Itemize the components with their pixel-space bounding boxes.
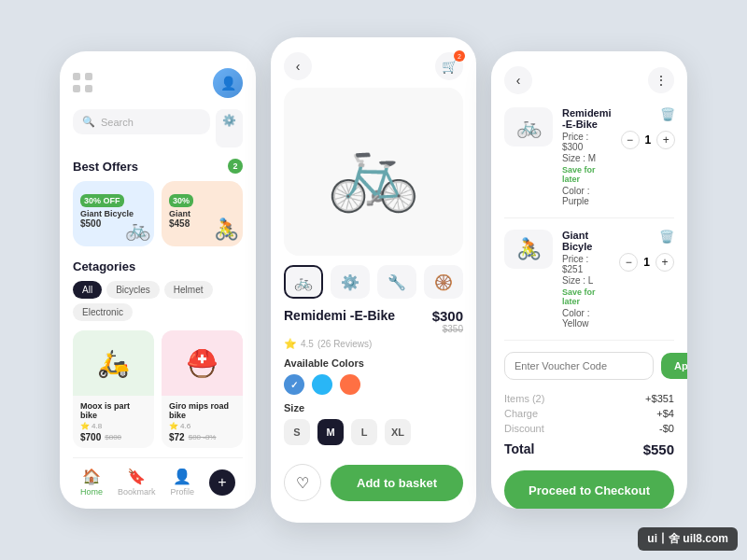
- size-options: S M L XL: [284, 419, 463, 445]
- cat-tag-electronic[interactable]: Electronic: [73, 303, 133, 321]
- cat-tag-helmet[interactable]: Helmet: [164, 281, 213, 299]
- star-icon-product: ⭐: [284, 338, 297, 350]
- cart-item-name-2: Giant Bicyle: [562, 230, 610, 252]
- cart-item-size-2: Size : L: [562, 275, 610, 286]
- charge-value: +$4: [656, 408, 674, 419]
- product-info-1: Moox is part bike ⭐ 4.8 $700 $800: [73, 396, 154, 448]
- categories-header: Cetagories: [73, 259, 243, 273]
- color-blue[interactable]: [284, 374, 304, 395]
- discount-value: -$0: [659, 423, 674, 434]
- add-fab-button[interactable]: +: [209, 469, 235, 496]
- product-screen: ‹ 🛒 2 🚲 🚲 ⚙️ 🔧 🛞 Remidemi -E-Bike $300 $…: [271, 37, 476, 523]
- delete-button-1[interactable]: 🗑️: [660, 107, 675, 121]
- cat-tag-bicycles[interactable]: Bicycles: [106, 281, 160, 299]
- thumb-1[interactable]: 🚲: [284, 265, 323, 299]
- colors-label: Available Colors: [284, 357, 463, 369]
- search-placeholder: Search: [101, 117, 134, 128]
- cart-screen: ‹ ⋮ 🚲 Remidemi -E-Bike Price : $300 Size…: [491, 51, 687, 509]
- product-info-2: Giro mips road bike ⭐ 4.6 $72 $80 -8%: [162, 396, 243, 448]
- qty-controls-2: − 1 +: [619, 253, 674, 272]
- home-icon: 🏠: [82, 468, 101, 485]
- product-name-1: Moox is part bike: [80, 401, 147, 420]
- size-s[interactable]: S: [284, 419, 310, 445]
- menu-icon[interactable]: [73, 73, 93, 93]
- qty-value-2: 1: [643, 256, 650, 269]
- filter-button[interactable]: ⚙️: [216, 109, 243, 147]
- product-price: $300: [432, 308, 463, 324]
- search-icon: 🔍: [82, 116, 95, 128]
- product-price-old: $350: [432, 324, 463, 334]
- color-orange[interactable]: [340, 374, 360, 395]
- total-row: Total $550: [504, 441, 674, 457]
- size-label: Size: [284, 402, 463, 413]
- voucher-input[interactable]: [504, 352, 654, 380]
- size-xl[interactable]: XL: [385, 419, 411, 445]
- cart-header: ‹ ⋮: [504, 66, 674, 94]
- delete-button-2[interactable]: 🗑️: [659, 230, 674, 244]
- color-lightblue[interactable]: [312, 374, 332, 395]
- checkout-button[interactable]: Proceed to Checkout: [504, 470, 674, 509]
- thumb-3[interactable]: 🔧: [377, 265, 416, 299]
- nav-home-label: Home: [80, 487, 103, 497]
- review-row: ⭐ 4.5 (26 Reviews): [284, 338, 463, 350]
- cart-back-button[interactable]: ‹: [504, 66, 532, 94]
- thumbnail-row: 🚲 ⚙️ 🔧 🛞: [271, 256, 476, 308]
- profile-icon: 👤: [173, 468, 191, 485]
- nav-profile[interactable]: 👤 Profile: [170, 468, 194, 497]
- wishlist-button[interactable]: ♡: [284, 464, 321, 501]
- thumb-2[interactable]: ⚙️: [331, 265, 370, 299]
- save-later-2[interactable]: Save for later: [562, 287, 610, 306]
- qty-decrease-1[interactable]: −: [621, 131, 640, 149]
- more-options-button[interactable]: ⋮: [648, 67, 674, 93]
- qty-increase-1[interactable]: +: [656, 131, 675, 149]
- items-value: +$351: [645, 393, 674, 404]
- product-card-2[interactable]: ⛑️ Giro mips road bike ⭐ 4.6 $72 $80 -8%: [162, 330, 243, 448]
- size-l[interactable]: L: [351, 419, 377, 445]
- total-value: $550: [643, 441, 674, 457]
- product-title: Remidemi -E-Bike: [284, 308, 395, 323]
- search-bar[interactable]: 🔍 Search: [73, 109, 210, 134]
- offer-card-2[interactable]: 30% Giant $458 🚴: [162, 181, 243, 246]
- product-reviews: (26 Reviews): [317, 339, 372, 349]
- cart-item-2: 🚴 Giant Bicyle Price : $251 Size : L Sav…: [504, 230, 674, 341]
- bottom-nav: 🏠 Home 🔖 Bookmark 👤 Profile +: [73, 457, 243, 509]
- cart-item-img-2: 🚴: [504, 230, 553, 269]
- cart-item-details-2: Giant Bicyle Price : $251 Size : L Save …: [562, 230, 610, 329]
- product-card-1[interactable]: 🛵 Moox is part bike ⭐ 4.8 $700 $800: [73, 330, 154, 448]
- qty-increase-2[interactable]: +: [655, 253, 674, 272]
- best-offers-header: Best Offers 2: [73, 159, 243, 174]
- offer-card-1[interactable]: 30% OFF Giant Bicycle $500 🚲: [73, 181, 154, 246]
- nav-home[interactable]: 🏠 Home: [80, 468, 103, 497]
- charge-summary-row: Charge +$4: [504, 408, 674, 419]
- cart-item-details-1: Remidemi -E-Bike Price : $300 Size : M S…: [562, 107, 612, 206]
- nav-bookmark[interactable]: 🔖 Bookmark: [118, 468, 156, 497]
- apply-button[interactable]: Apply: [661, 353, 687, 379]
- back-button[interactable]: ‹: [284, 52, 312, 80]
- cart-button[interactable]: 🛒 2: [435, 52, 463, 80]
- cart-item-name-1: Remidemi -E-Bike: [562, 107, 612, 130]
- add-basket-button[interactable]: Add to basket: [331, 465, 463, 501]
- price-old-2: $80 -8%: [189, 433, 217, 441]
- cart-item-size-1: Size : M: [562, 153, 612, 163]
- save-later-1[interactable]: Save for later: [562, 165, 612, 184]
- size-m[interactable]: M: [317, 419, 344, 445]
- cart-item-price-1: Price : $300: [562, 132, 612, 152]
- product-actions: ♡ Add to basket: [271, 455, 476, 516]
- cart-count-badge: 2: [454, 50, 465, 62]
- thumb-4[interactable]: 🛞: [424, 265, 463, 299]
- cat-tag-all[interactable]: All: [73, 281, 102, 299]
- offer-badge-2: 30%: [169, 194, 193, 207]
- qty-decrease-2[interactable]: −: [619, 253, 638, 272]
- product-title-row: Remidemi -E-Bike $300 $350: [284, 308, 463, 334]
- cart-item-1: 🚲 Remidemi -E-Bike Price : $300 Size : M…: [504, 107, 674, 218]
- star-icon: ⭐: [80, 422, 90, 430]
- voucher-row: Apply: [504, 352, 674, 380]
- discount-label: Discount: [504, 423, 544, 434]
- discount-summary-row: Discount -$0: [504, 423, 674, 434]
- cart-item-price-2: Price : $251: [562, 254, 610, 274]
- price-old-1: $800: [105, 433, 121, 441]
- offers-badge: 2: [228, 159, 243, 174]
- cart-item-controls-1: 🗑️ − 1 +: [621, 107, 676, 149]
- nav-profile-label: Profile: [170, 487, 194, 497]
- avatar[interactable]: 👤: [213, 68, 243, 98]
